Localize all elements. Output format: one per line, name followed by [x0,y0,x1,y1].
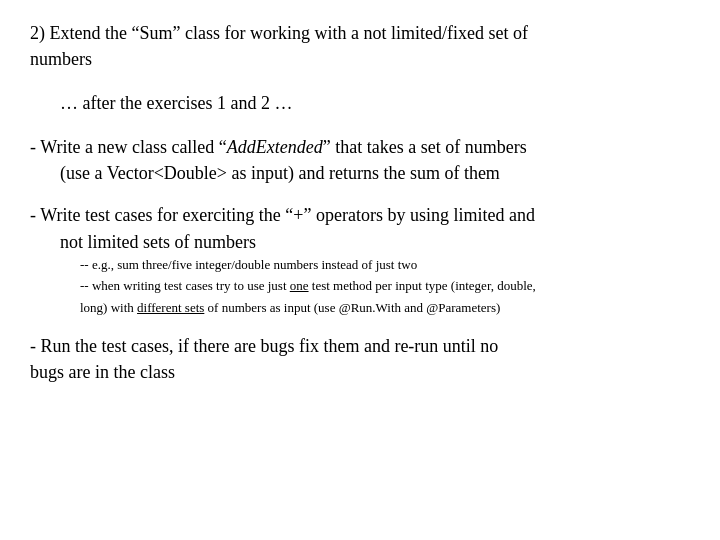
bullet3: - Run the test cases, if there are bugs … [30,333,690,385]
note2-one: one [290,278,309,293]
heading: 2) Extend the “Sum” class for working wi… [30,20,690,72]
subheading: … after the exercises 1 and 2 … [60,90,690,116]
note2-different: different sets [137,300,204,315]
note1: -- e.g., sum three/five integer/double n… [80,255,690,275]
note3: long) with different sets of numbers as … [80,298,690,318]
classname-italic: AddExtended [227,137,323,157]
note2: -- when writing test cases try to use ju… [80,276,690,296]
bullet2: - Write test cases for exerciting the “+… [30,202,690,317]
bullet1-line2: (use a Vector<Double> as input) and retu… [60,160,500,186]
bullet1: - Write a new class called “AddExtended”… [30,134,690,186]
slide-content: 2) Extend the “Sum” class for working wi… [30,20,690,385]
bullet2-line2: not limited sets of numbers [60,229,256,255]
